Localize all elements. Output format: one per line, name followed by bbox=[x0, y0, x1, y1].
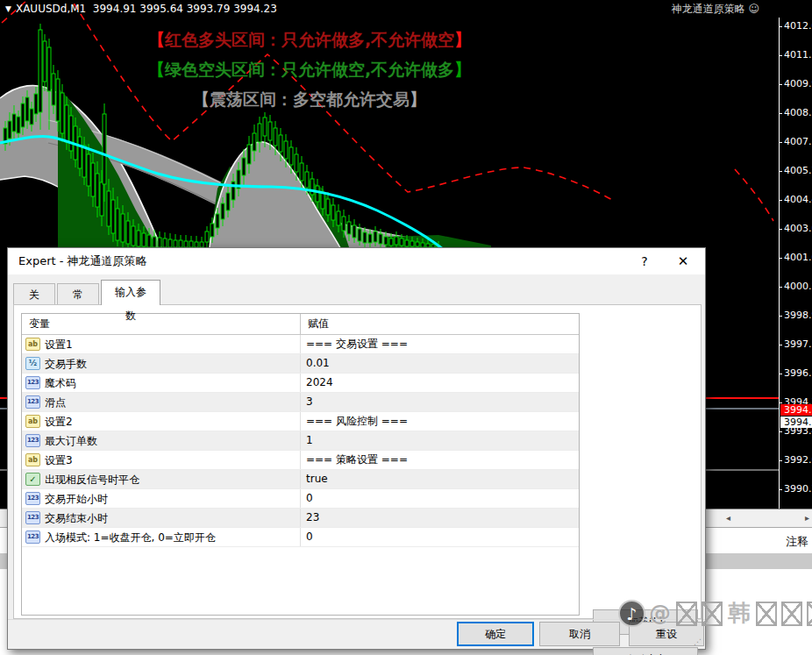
table-row[interactable]: ✓出现相反信号时平仓true bbox=[22, 470, 579, 489]
expert-settings-dialog: Expert - 神龙通道原策略 ? ✕ 关于 常用 输入参数 变量 赋值 ab… bbox=[7, 247, 706, 650]
ok-button[interactable]: 确定 bbox=[457, 622, 534, 646]
indicator-label: 神龙通道原策略 ☺ bbox=[672, 0, 759, 18]
ask-price-box: 3994.53 bbox=[780, 404, 812, 416]
bool-type-icon: ✓ bbox=[25, 473, 40, 486]
ab-type-icon: ab bbox=[25, 453, 40, 466]
zone-annotations: 【红色多头区间：只允许做多,不允许做空】 【绿色空头区间：只允许做空,不允许做多… bbox=[0, 25, 619, 114]
missing-glyph-box bbox=[781, 602, 802, 626]
help-button[interactable]: ? bbox=[630, 248, 659, 274]
param-value[interactable]: === 策略设置 === bbox=[301, 451, 579, 469]
axis-tick-label: 4005.75 bbox=[780, 165, 812, 177]
param-value[interactable]: 23 bbox=[301, 509, 579, 527]
axis-tick-label: 4001.65 bbox=[780, 252, 812, 264]
smiley-icon: ☺ bbox=[748, 3, 759, 15]
param-name: 交易开始小时 bbox=[45, 490, 108, 508]
missing-glyph-box bbox=[702, 602, 723, 626]
half-type-icon: ½ bbox=[25, 357, 40, 370]
param-name: 出现相反信号时平仓 bbox=[45, 471, 139, 488]
table-header: 变量 赋值 bbox=[22, 314, 579, 335]
axis-tick-label: 3997.50 bbox=[780, 338, 812, 351]
axis-tick-label: 4000.25 bbox=[780, 281, 812, 293]
parameters-table[interactable]: 变量 赋值 ab设置1=== 交易设置 ===½交易手数0.01123魔术码20… bbox=[21, 313, 580, 616]
inputs-tab-panel: 变量 赋值 ab设置1=== 交易设置 ===½交易手数0.01123魔术码20… bbox=[13, 304, 702, 619]
param-name: 设置2 bbox=[45, 413, 73, 431]
param-name: 入场模式: 1=收盘开仓, 0=立即开仓 bbox=[45, 529, 216, 546]
scroll-left-icon[interactable]: ◂ bbox=[726, 509, 730, 527]
missing-glyph-box bbox=[807, 602, 812, 626]
dialog-titlebar[interactable]: Expert - 神龙通道原策略 ? ✕ bbox=[8, 248, 705, 274]
ohlc-values: 3994.91 3995.64 3993.79 3994.23 bbox=[93, 3, 277, 15]
param-value[interactable]: 3 bbox=[301, 393, 579, 411]
param-value[interactable]: === 风险控制 === bbox=[301, 412, 579, 431]
tab-inputs[interactable]: 输入参数 bbox=[101, 280, 160, 305]
save-button[interactable]: 保存(S) bbox=[593, 647, 698, 655]
table-row[interactable]: ab设置2=== 风险控制 === bbox=[22, 412, 579, 431]
i123-type-icon: 123 bbox=[25, 395, 40, 409]
table-row[interactable]: ab设置3=== 策略设置 === bbox=[22, 451, 579, 470]
tab-common[interactable]: 常用 bbox=[57, 283, 99, 304]
missing-glyph-box bbox=[676, 602, 697, 626]
column-header-variable: 变量 bbox=[22, 314, 301, 334]
table-row[interactable]: 123最大订单数1 bbox=[22, 431, 579, 451]
scroll-right-icon[interactable]: ▸ bbox=[805, 509, 809, 527]
param-name: 交易结束小时 bbox=[45, 509, 108, 527]
param-name: 滑点 bbox=[45, 394, 66, 411]
param-name: 交易手数 bbox=[45, 355, 87, 373]
chart-toolbar: ▼XAUUSDd,M1 3994.91 3995.64 3993.79 3994… bbox=[0, 0, 812, 18]
close-icon[interactable]: ✕ bbox=[668, 248, 698, 274]
i123-type-icon: 123 bbox=[25, 434, 40, 447]
axis-tick-label: 3998.90 bbox=[780, 310, 812, 322]
axis-tick-label: 4012.65 bbox=[780, 20, 812, 32]
axis-tick-label: 4008.50 bbox=[780, 107, 812, 119]
table-row[interactable]: 123交易结束小时23 bbox=[22, 509, 579, 528]
axis-tick-label: 3996.15 bbox=[780, 367, 812, 380]
i123-type-icon: 123 bbox=[25, 530, 40, 544]
cancel-button[interactable]: 取消 bbox=[539, 622, 620, 646]
resize-grip[interactable]: ⋰ bbox=[694, 637, 702, 646]
axis-tick-label: 4003.00 bbox=[780, 223, 812, 235]
param-name: 最大订单数 bbox=[45, 432, 97, 450]
tab-about[interactable]: 关于 bbox=[13, 283, 55, 304]
ab-type-icon: ab bbox=[25, 415, 40, 428]
i123-type-icon: 123 bbox=[25, 492, 40, 505]
mt4-window: ▼XAUUSDd,M1 3994.91 3995.64 3993.79 3994… bbox=[0, 0, 812, 655]
param-value[interactable]: true bbox=[301, 470, 579, 488]
table-row[interactable]: ½交易手数0.01 bbox=[22, 354, 579, 374]
green-zone-note: 【绿色空头区间：只允许做空,不允许做多】 bbox=[0, 54, 619, 84]
watermark-han-glyph: 韩 bbox=[728, 598, 751, 629]
price-axis[interactable]: 4012.654011.254009.904008.504007.154005.… bbox=[779, 18, 812, 509]
axis-tick-label: 4009.90 bbox=[780, 78, 812, 90]
dialog-separator bbox=[8, 619, 705, 620]
comment-column-header[interactable]: 注释 bbox=[786, 534, 808, 550]
param-value[interactable]: 0 bbox=[301, 528, 579, 546]
range-zone-note: 【震荡区间：多空都允许交易】 bbox=[0, 84, 619, 114]
i123-type-icon: 123 bbox=[25, 511, 40, 524]
axis-tick-label: 4004.40 bbox=[780, 194, 812, 206]
axis-tick-label: 4007.15 bbox=[780, 136, 812, 148]
param-value[interactable]: 0 bbox=[301, 489, 579, 508]
table-row[interactable]: 123滑点3 bbox=[22, 393, 579, 412]
dialog-title: Expert - 神龙通道原策略 bbox=[18, 254, 147, 267]
table-row[interactable]: 123交易开始小时0 bbox=[22, 489, 579, 509]
param-value[interactable]: === 交易设置 === bbox=[301, 335, 579, 353]
param-value[interactable]: 0.01 bbox=[301, 354, 579, 373]
table-row[interactable]: 123魔术码2024 bbox=[22, 374, 579, 393]
symbol-ohlc[interactable]: ▼XAUUSDd,M1 3994.91 3995.64 3993.79 3994… bbox=[5, 0, 277, 18]
bid-price-box: 3994.23 bbox=[780, 416, 812, 428]
at-sign: @ bbox=[649, 601, 671, 626]
param-name: 设置1 bbox=[45, 336, 73, 353]
column-header-value: 赋值 bbox=[301, 314, 579, 334]
axis-tick-label: 3992.05 bbox=[780, 454, 812, 466]
param-value[interactable]: 1 bbox=[301, 431, 579, 450]
dropdown-icon[interactable]: ▼ bbox=[5, 4, 11, 13]
param-name: 设置3 bbox=[45, 452, 73, 469]
param-value[interactable]: 2024 bbox=[301, 374, 579, 392]
red-zone-note: 【红色多头区间：只允许做多,不允许做空】 bbox=[0, 25, 619, 54]
i123-type-icon: 123 bbox=[25, 376, 40, 389]
watermark: ♪ @ 韩 bbox=[618, 598, 812, 629]
table-row[interactable]: 123入场模式: 1=收盘开仓, 0=立即开仓0 bbox=[22, 528, 579, 547]
symbol-period: XAUUSDd,M1 bbox=[16, 3, 86, 15]
table-row[interactable]: ab设置1=== 交易设置 === bbox=[22, 335, 579, 354]
douyin-note-icon: ♪ bbox=[618, 600, 645, 627]
axis-tick-label: 3990.70 bbox=[780, 483, 812, 495]
